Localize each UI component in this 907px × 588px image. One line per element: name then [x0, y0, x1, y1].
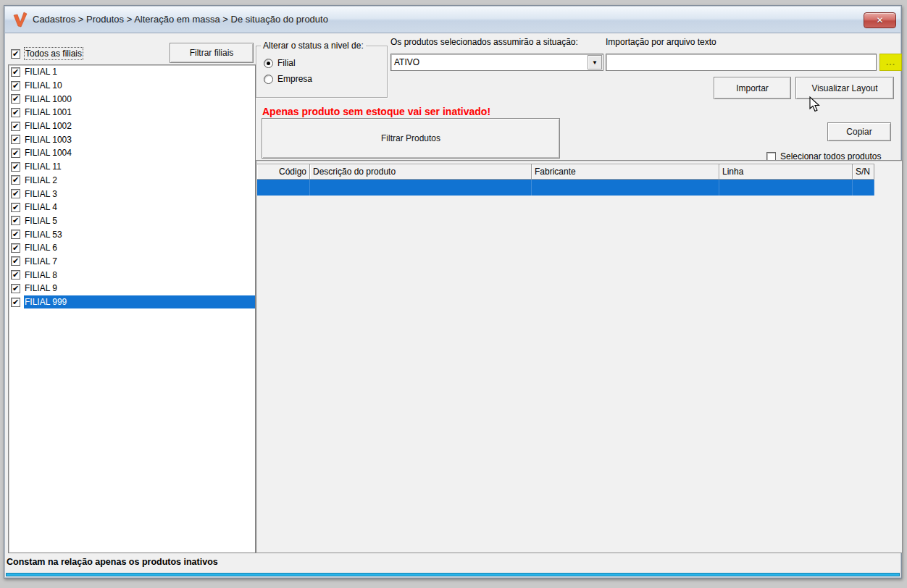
list-item[interactable]: ✔FILIAL 3: [9, 187, 255, 201]
list-item-label: FILIAL 2: [24, 174, 255, 188]
list-item-label: FILIAL 1002: [24, 119, 255, 133]
list-item-checkbox[interactable]: ✔: [11, 94, 20, 104]
radio-option-empresa[interactable]: Empresa: [264, 74, 312, 84]
importar-button[interactable]: Importar: [714, 77, 791, 99]
list-item[interactable]: ✔FILIAL 5: [9, 214, 255, 228]
mouse-cursor-icon: [809, 96, 821, 112]
list-item-checkbox[interactable]: ✔: [11, 175, 20, 185]
window-title: Cadastros > Produtos > Alteração em mass…: [33, 14, 328, 25]
list-item-label: FILIAL 3: [24, 187, 255, 201]
list-item[interactable]: ✔FILIAL 1000: [9, 92, 255, 106]
app-logo-icon: [12, 12, 28, 28]
list-item-label: FILIAL 1: [24, 65, 255, 79]
filial-list[interactable]: ✔FILIAL 1✔FILIAL 10✔FILIAL 1000✔FILIAL 1…: [8, 64, 256, 553]
list-item[interactable]: ✔FILIAL 1001: [9, 106, 255, 119]
radio-label: Empresa: [277, 74, 312, 84]
list-item-checkbox[interactable]: ✔: [11, 256, 20, 266]
situacao-value: ATIVO: [391, 57, 587, 67]
list-item[interactable]: ✔FILIAL 1003: [9, 133, 255, 146]
select-all-filiais-checkbox[interactable]: ✔: [11, 49, 20, 59]
list-item-label: FILIAL 999: [24, 295, 255, 309]
radio-label: Filial: [277, 58, 296, 68]
close-icon: ✕: [876, 16, 883, 25]
list-item-checkbox[interactable]: ✔: [11, 108, 20, 117]
radio-icon[interactable]: [264, 75, 273, 84]
list-item[interactable]: ✔FILIAL 1002: [9, 119, 255, 133]
list-item-checkbox[interactable]: ✔: [11, 270, 20, 280]
radio-option-filial[interactable]: Filial: [264, 58, 296, 68]
list-item-label: FILIAL 6: [24, 241, 255, 255]
list-item-label: FILIAL 1000: [24, 92, 255, 106]
chevron-down-icon[interactable]: ▼: [588, 55, 602, 70]
importacao-label: Importação por arquivo texto: [606, 37, 716, 47]
list-item[interactable]: ✔FILIAL 1004: [9, 146, 255, 160]
grid-selected-row[interactable]: [257, 180, 874, 196]
list-item[interactable]: ✔FILIAL 10: [9, 79, 255, 93]
grid-cell[interactable]: [310, 180, 532, 196]
list-item-checkbox[interactable]: ✔: [11, 230, 20, 239]
browse-file-button[interactable]: ...: [879, 54, 902, 71]
grid-header-row: CódigoDescrição do produtoFabricanteLinh…: [257, 164, 874, 180]
list-item-label: FILIAL 8: [24, 268, 255, 282]
select-all-filiais-label: Todos as filiais: [25, 49, 82, 59]
app-window: Cadastros > Produtos > Alteração em mass…: [4, 5, 902, 579]
list-item[interactable]: ✔FILIAL 999: [9, 295, 255, 309]
list-item-checkbox[interactable]: ✔: [11, 162, 20, 172]
window-bottom-accent: [6, 573, 900, 576]
list-item[interactable]: ✔FILIAL 4: [9, 201, 255, 214]
list-item-checkbox[interactable]: ✔: [11, 135, 20, 144]
list-item-checkbox[interactable]: ✔: [11, 216, 20, 225]
list-item[interactable]: ✔FILIAL 9: [9, 282, 255, 295]
list-item[interactable]: ✔FILIAL 6: [9, 241, 255, 255]
list-item-label: FILIAL 5: [24, 214, 255, 228]
filtrar-produtos-button[interactable]: Filtrar Produtos: [262, 118, 560, 159]
status-bar-text: Constam na relação apenas os produtos in…: [7, 557, 218, 567]
list-item-label: FILIAL 10: [24, 79, 255, 93]
list-item-checkbox[interactable]: ✔: [11, 81, 20, 91]
list-item[interactable]: ✔FILIAL 11: [9, 160, 255, 174]
situacao-dropdown[interactable]: ATIVO ▼: [390, 54, 603, 71]
radio-icon[interactable]: [264, 59, 273, 68]
list-item-checkbox[interactable]: ✔: [11, 189, 20, 198]
grid-cell[interactable]: [719, 180, 853, 196]
list-item[interactable]: ✔FILIAL 8: [9, 268, 255, 282]
list-item-checkbox[interactable]: ✔: [11, 298, 20, 307]
list-item-checkbox[interactable]: ✔: [11, 203, 20, 212]
list-item-label: FILIAL 4: [24, 201, 255, 214]
grid-column-header[interactable]: S/N: [853, 164, 874, 180]
list-item-label: FILIAL 53: [24, 227, 255, 241]
list-item-checkbox[interactable]: ✔: [11, 67, 20, 77]
filtrar-filiais-button[interactable]: Filtrar filiais: [170, 43, 254, 63]
list-item-checkbox[interactable]: ✔: [11, 243, 20, 253]
warning-text: Apenas produto sem estoque vai ser inati…: [262, 106, 490, 117]
situacao-label: Os produtos selecionados assumirão a sit…: [390, 37, 578, 47]
list-item-label: FILIAL 1001: [24, 106, 255, 119]
grid-column-header[interactable]: Linha: [719, 164, 853, 180]
importacao-file-input[interactable]: [606, 54, 877, 71]
list-item[interactable]: ✔FILIAL 7: [9, 255, 255, 269]
select-all-filiais[interactable]: ✔ Todos as filiais: [11, 49, 82, 59]
list-item[interactable]: ✔FILIAL 1: [9, 65, 255, 79]
grid-cell[interactable]: [532, 180, 719, 196]
status-level-title: Alterar o status a nivel de:: [261, 41, 366, 51]
list-item-checkbox[interactable]: ✔: [11, 284, 20, 293]
grid-column-header[interactable]: Fabricante: [532, 164, 719, 180]
list-item-label: FILIAL 11: [24, 160, 255, 174]
list-item[interactable]: ✔FILIAL 2: [9, 174, 255, 188]
grid-cell[interactable]: [853, 180, 874, 196]
list-item-label: FILIAL 7: [24, 255, 255, 269]
list-item-label: FILIAL 1004: [24, 146, 255, 160]
grid-column-header[interactable]: Código: [257, 164, 310, 180]
copiar-button[interactable]: Copiar: [827, 122, 891, 141]
list-item-label: FILIAL 1003: [24, 133, 255, 146]
list-item-checkbox[interactable]: ✔: [11, 122, 20, 131]
status-level-groupbox: Alterar o status a nivel de: FilialEmpre…: [256, 46, 388, 98]
products-grid[interactable]: CódigoDescrição do produtoFabricanteLinh…: [256, 160, 903, 553]
list-item-label: FILIAL 9: [24, 282, 255, 295]
grid-column-header[interactable]: Descrição do produto: [310, 164, 532, 180]
title-bar[interactable]: Cadastros > Produtos > Alteração em mass…: [5, 7, 900, 33]
close-button[interactable]: ✕: [864, 12, 896, 28]
list-item[interactable]: ✔FILIAL 53: [9, 227, 255, 241]
list-item-checkbox[interactable]: ✔: [11, 148, 20, 158]
grid-cell[interactable]: [257, 180, 310, 196]
